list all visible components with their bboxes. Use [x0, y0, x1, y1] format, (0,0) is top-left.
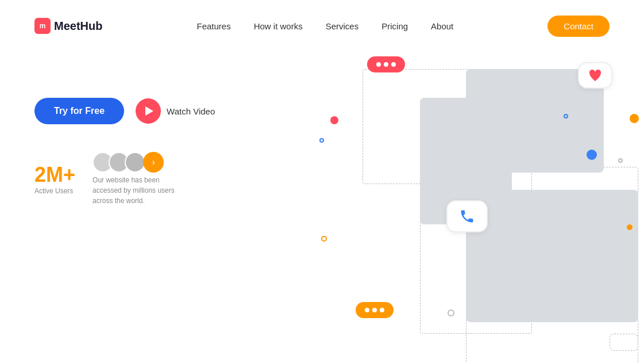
nav-pricing[interactable]: Pricing [381, 21, 408, 31]
dot-orange-outline [321, 236, 327, 242]
logo[interactable]: m MeetHub [34, 18, 102, 34]
dot-gray-outline-1 [618, 158, 623, 163]
logo-text: MeetHub [54, 20, 102, 33]
bubble-dot-3 [391, 62, 396, 67]
red-chat-bubble [367, 56, 405, 72]
bubble-dot-4 [365, 308, 369, 312]
hero-buttons: Try for Free Watch Video [34, 98, 276, 124]
bubble-dot-1 [376, 62, 381, 67]
dashed-tooltip-box [610, 334, 638, 351]
bubble-dot-5 [372, 308, 377, 312]
stats-right: › Our website has been accessed by milli… [92, 152, 184, 206]
dot-blue-outline-1 [319, 138, 324, 143]
avatar-3 [125, 152, 145, 173]
navbar: m MeetHub Features How it works Services… [0, 0, 644, 52]
avatar-arrow: › [143, 152, 164, 173]
active-users-stat: 2M+ Active Users [34, 163, 75, 195]
bubble-dot-2 [384, 62, 388, 67]
watch-label: Watch Video [167, 106, 215, 116]
nav-about[interactable]: About [431, 21, 453, 31]
dot-blue-1 [587, 150, 597, 160]
play-icon-circle [136, 98, 161, 124]
stats-section: 2M+ Active Users › Our website has been … [34, 152, 276, 206]
hero-section: Try for Free Watch Video 2M+ Active User… [0, 52, 644, 206]
logo-icon: m [34, 18, 51, 34]
contact-button[interactable]: Contact [547, 16, 610, 37]
hero-left: Try for Free Watch Video 2M+ Active User… [34, 63, 276, 206]
users-label: Active Users [34, 187, 75, 195]
bubble-dot-6 [380, 308, 384, 312]
phone-icon [459, 208, 475, 224]
nav-links: Features How it works Services Pricing A… [196, 21, 453, 31]
dot-blue-outline-2 [564, 114, 568, 119]
dot-orange-2 [627, 224, 633, 230]
play-triangle-icon [145, 106, 153, 116]
heart-icon [588, 69, 602, 82]
dot-gray-outline-2 [448, 309, 454, 316]
avatars-group: › [92, 152, 184, 173]
phone-bubble [446, 200, 488, 232]
users-number: 2M+ [34, 163, 75, 187]
dot-orange-1 [630, 114, 639, 123]
nav-services[interactable]: Services [326, 21, 359, 31]
nav-how-it-works[interactable]: How it works [254, 21, 303, 31]
heart-bubble [578, 62, 612, 89]
watch-video-button[interactable]: Watch Video [136, 98, 215, 124]
image-placeholder-3 [466, 190, 638, 322]
hero-illustration [288, 52, 644, 363]
stat-description: Our website has been accessed by million… [92, 175, 184, 206]
try-free-button[interactable]: Try for Free [34, 98, 124, 124]
nav-features[interactable]: Features [196, 21, 230, 31]
orange-chat-bubble [356, 302, 394, 318]
dot-red-1 [330, 116, 338, 124]
